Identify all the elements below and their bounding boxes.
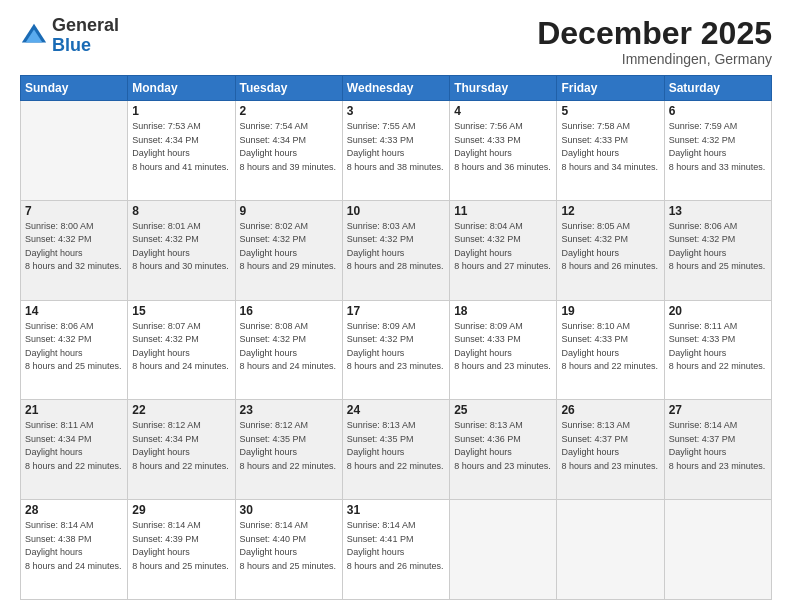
sunset-text: Sunset: 4:33 PM <box>561 334 628 344</box>
daylight-detail: 8 hours and 22 minutes. <box>132 461 229 471</box>
day-info: Sunrise: 8:06 AMSunset: 4:32 PMDaylight … <box>669 220 767 274</box>
day-number: 30 <box>240 503 338 517</box>
daylight-detail: 8 hours and 28 minutes. <box>347 261 444 271</box>
sunrise-text: Sunrise: 8:14 AM <box>132 520 201 530</box>
daylight-detail: 8 hours and 33 minutes. <box>669 162 766 172</box>
day-number: 18 <box>454 304 552 318</box>
daylight-detail: 8 hours and 39 minutes. <box>240 162 337 172</box>
sunset-text: Sunset: 4:34 PM <box>132 434 199 444</box>
sunrise-text: Sunrise: 8:08 AM <box>240 321 309 331</box>
sunrise-text: Sunrise: 8:14 AM <box>347 520 416 530</box>
table-row: 28Sunrise: 8:14 AMSunset: 4:38 PMDayligh… <box>21 500 128 600</box>
sunset-text: Sunset: 4:34 PM <box>25 434 92 444</box>
calendar-week-row: 7Sunrise: 8:00 AMSunset: 4:32 PMDaylight… <box>21 200 772 300</box>
sunset-text: Sunset: 4:33 PM <box>454 135 521 145</box>
table-row: 12Sunrise: 8:05 AMSunset: 4:32 PMDayligh… <box>557 200 664 300</box>
logo-text: General Blue <box>52 16 119 56</box>
daylight-detail: 8 hours and 22 minutes. <box>347 461 444 471</box>
day-number: 11 <box>454 204 552 218</box>
daylight-label: Daylight hours <box>25 348 83 358</box>
day-info: Sunrise: 8:03 AMSunset: 4:32 PMDaylight … <box>347 220 445 274</box>
table-row: 14Sunrise: 8:06 AMSunset: 4:32 PMDayligh… <box>21 300 128 400</box>
daylight-label: Daylight hours <box>454 148 512 158</box>
sunrise-text: Sunrise: 7:55 AM <box>347 121 416 131</box>
sunrise-text: Sunrise: 8:13 AM <box>561 420 630 430</box>
daylight-detail: 8 hours and 23 minutes. <box>454 361 551 371</box>
daylight-detail: 8 hours and 29 minutes. <box>240 261 337 271</box>
table-row: 24Sunrise: 8:13 AMSunset: 4:35 PMDayligh… <box>342 400 449 500</box>
daylight-detail: 8 hours and 23 minutes. <box>347 361 444 371</box>
table-row: 1Sunrise: 7:53 AMSunset: 4:34 PMDaylight… <box>128 101 235 201</box>
table-row: 3Sunrise: 7:55 AMSunset: 4:33 PMDaylight… <box>342 101 449 201</box>
sunset-text: Sunset: 4:32 PM <box>347 334 414 344</box>
daylight-label: Daylight hours <box>347 447 405 457</box>
sunrise-text: Sunrise: 8:03 AM <box>347 221 416 231</box>
table-row <box>664 500 771 600</box>
day-number: 7 <box>25 204 123 218</box>
sunrise-text: Sunrise: 8:12 AM <box>132 420 201 430</box>
daylight-label: Daylight hours <box>669 148 727 158</box>
day-number: 24 <box>347 403 445 417</box>
day-info: Sunrise: 8:14 AMSunset: 4:41 PMDaylight … <box>347 519 445 573</box>
sunset-text: Sunset: 4:34 PM <box>240 135 307 145</box>
sunset-text: Sunset: 4:39 PM <box>132 534 199 544</box>
sunrise-text: Sunrise: 8:09 AM <box>347 321 416 331</box>
day-number: 1 <box>132 104 230 118</box>
day-number: 31 <box>347 503 445 517</box>
day-info: Sunrise: 8:04 AMSunset: 4:32 PMDaylight … <box>454 220 552 274</box>
day-info: Sunrise: 8:12 AMSunset: 4:35 PMDaylight … <box>240 419 338 473</box>
table-row: 10Sunrise: 8:03 AMSunset: 4:32 PMDayligh… <box>342 200 449 300</box>
day-info: Sunrise: 8:08 AMSunset: 4:32 PMDaylight … <box>240 320 338 374</box>
sunset-text: Sunset: 4:38 PM <box>25 534 92 544</box>
sunrise-text: Sunrise: 7:58 AM <box>561 121 630 131</box>
table-row: 20Sunrise: 8:11 AMSunset: 4:33 PMDayligh… <box>664 300 771 400</box>
sunset-text: Sunset: 4:33 PM <box>454 334 521 344</box>
day-info: Sunrise: 8:13 AMSunset: 4:36 PMDaylight … <box>454 419 552 473</box>
daylight-detail: 8 hours and 22 minutes. <box>669 361 766 371</box>
table-row: 19Sunrise: 8:10 AMSunset: 4:33 PMDayligh… <box>557 300 664 400</box>
sunset-text: Sunset: 4:32 PM <box>240 334 307 344</box>
sunrise-text: Sunrise: 8:02 AM <box>240 221 309 231</box>
day-info: Sunrise: 7:54 AMSunset: 4:34 PMDaylight … <box>240 120 338 174</box>
day-number: 21 <box>25 403 123 417</box>
table-row: 23Sunrise: 8:12 AMSunset: 4:35 PMDayligh… <box>235 400 342 500</box>
sunrise-text: Sunrise: 8:14 AM <box>25 520 94 530</box>
daylight-detail: 8 hours and 24 minutes. <box>25 561 122 571</box>
daylight-detail: 8 hours and 22 minutes. <box>25 461 122 471</box>
daylight-label: Daylight hours <box>132 547 190 557</box>
sunrise-text: Sunrise: 8:06 AM <box>25 321 94 331</box>
daylight-label: Daylight hours <box>25 248 83 258</box>
daylight-label: Daylight hours <box>669 348 727 358</box>
table-row: 7Sunrise: 8:00 AMSunset: 4:32 PMDaylight… <box>21 200 128 300</box>
daylight-detail: 8 hours and 26 minutes. <box>561 261 658 271</box>
table-row: 30Sunrise: 8:14 AMSunset: 4:40 PMDayligh… <box>235 500 342 600</box>
sunset-text: Sunset: 4:32 PM <box>132 334 199 344</box>
sunrise-text: Sunrise: 7:53 AM <box>132 121 201 131</box>
daylight-label: Daylight hours <box>132 148 190 158</box>
sunset-text: Sunset: 4:32 PM <box>25 234 92 244</box>
day-info: Sunrise: 7:55 AMSunset: 4:33 PMDaylight … <box>347 120 445 174</box>
table-row: 4Sunrise: 7:56 AMSunset: 4:33 PMDaylight… <box>450 101 557 201</box>
day-info: Sunrise: 8:13 AMSunset: 4:37 PMDaylight … <box>561 419 659 473</box>
table-row <box>21 101 128 201</box>
sunrise-text: Sunrise: 8:00 AM <box>25 221 94 231</box>
day-number: 9 <box>240 204 338 218</box>
daylight-label: Daylight hours <box>240 148 298 158</box>
daylight-detail: 8 hours and 32 minutes. <box>25 261 122 271</box>
sunrise-text: Sunrise: 8:04 AM <box>454 221 523 231</box>
calendar-week-row: 28Sunrise: 8:14 AMSunset: 4:38 PMDayligh… <box>21 500 772 600</box>
table-row: 26Sunrise: 8:13 AMSunset: 4:37 PMDayligh… <box>557 400 664 500</box>
sunset-text: Sunset: 4:36 PM <box>454 434 521 444</box>
day-number: 4 <box>454 104 552 118</box>
day-info: Sunrise: 7:59 AMSunset: 4:32 PMDaylight … <box>669 120 767 174</box>
month-title: December 2025 <box>537 16 772 51</box>
sunset-text: Sunset: 4:32 PM <box>561 234 628 244</box>
sunrise-text: Sunrise: 7:59 AM <box>669 121 738 131</box>
daylight-detail: 8 hours and 41 minutes. <box>132 162 229 172</box>
sunset-text: Sunset: 4:33 PM <box>561 135 628 145</box>
sunset-text: Sunset: 4:32 PM <box>240 234 307 244</box>
daylight-label: Daylight hours <box>132 348 190 358</box>
table-row: 25Sunrise: 8:13 AMSunset: 4:36 PMDayligh… <box>450 400 557 500</box>
daylight-label: Daylight hours <box>132 447 190 457</box>
table-row: 31Sunrise: 8:14 AMSunset: 4:41 PMDayligh… <box>342 500 449 600</box>
